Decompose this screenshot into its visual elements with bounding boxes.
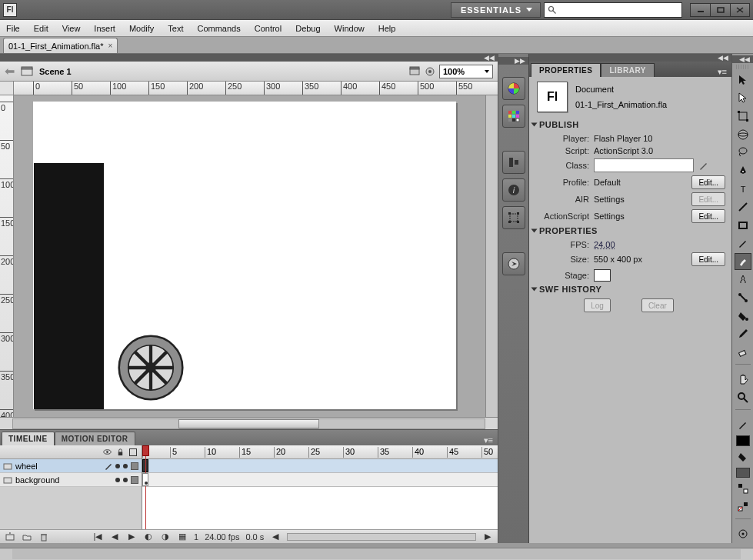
deco-tool[interactable] xyxy=(735,272,751,288)
class-input[interactable] xyxy=(594,158,694,172)
layer-wheel[interactable]: wheel xyxy=(0,459,142,473)
stage-area[interactable] xyxy=(14,95,485,417)
zoom-tool[interactable] xyxy=(735,389,751,406)
fill-color-swatch[interactable] xyxy=(736,468,750,478)
delete-layer-icon[interactable] xyxy=(38,532,49,542)
tools-grip[interactable] xyxy=(736,65,750,69)
pencil-tool[interactable] xyxy=(735,235,751,252)
align-panel-icon[interactable] xyxy=(502,151,525,174)
zoom-select[interactable]: 100% xyxy=(439,65,493,78)
section-publish[interactable]: PUBLISH xyxy=(532,120,725,129)
onion-skin-icon[interactable]: ◐ xyxy=(143,532,154,542)
paint-bucket-tool[interactable] xyxy=(735,308,751,325)
menu-commands[interactable]: Commands xyxy=(197,24,240,33)
pencil-icon[interactable] xyxy=(698,160,709,171)
section-properties[interactable]: PROPERTIES xyxy=(532,226,725,235)
fill-color-tool[interactable] xyxy=(735,448,751,465)
subselection-tool[interactable] xyxy=(735,89,751,106)
panel-menu-icon[interactable]: ▾≡ xyxy=(713,67,731,77)
panel-collapse-icon[interactable]: ◀◀ xyxy=(529,54,731,62)
visible-dot[interactable] xyxy=(115,478,120,482)
menu-modify[interactable]: Modify xyxy=(129,24,154,33)
lock-icon[interactable] xyxy=(116,448,125,456)
lasso-tool[interactable] xyxy=(735,144,751,161)
swatches-panel-icon[interactable] xyxy=(502,105,525,128)
step-back-icon[interactable]: ◀ xyxy=(109,532,120,542)
lock-dot[interactable] xyxy=(123,478,128,482)
hand-tool[interactable] xyxy=(735,372,751,388)
menu-file[interactable]: File xyxy=(6,24,20,33)
tab-timeline[interactable]: TIMELINE xyxy=(2,432,55,445)
new-layer-icon[interactable]: + xyxy=(5,532,15,542)
menu-window[interactable]: Window xyxy=(335,24,365,33)
fps-value[interactable]: 24.00 xyxy=(594,240,615,249)
new-folder-icon[interactable] xyxy=(22,532,32,542)
bone-tool[interactable] xyxy=(735,289,751,306)
back-arrow-icon[interactable]: ⬅ xyxy=(5,64,15,78)
wheel-symbol[interactable] xyxy=(118,335,184,401)
menu-view[interactable]: View xyxy=(62,24,81,33)
visible-dot[interactable] xyxy=(115,464,120,468)
frames-area[interactable]: 15101520253035404550 xyxy=(142,445,498,529)
stage-color-swatch[interactable] xyxy=(594,269,611,282)
menu-help[interactable]: Help xyxy=(378,24,396,33)
scroll-right-icon[interactable]: ▶ xyxy=(482,532,493,542)
vscrollbar[interactable] xyxy=(485,95,498,417)
eye-icon[interactable] xyxy=(103,448,112,456)
pen-tool[interactable] xyxy=(735,162,751,179)
lock-dot[interactable] xyxy=(123,464,128,468)
edit-scene-icon[interactable] xyxy=(408,65,421,78)
section-swf-history[interactable]: SWF HISTORY xyxy=(532,285,725,294)
line-tool[interactable] xyxy=(735,198,751,215)
tab-motion-editor[interactable]: MOTION EDITOR xyxy=(55,432,135,445)
edit-multi-icon[interactable]: ▦ xyxy=(177,532,188,542)
tab-properties[interactable]: PROPERTIES xyxy=(531,63,601,77)
close-button[interactable] xyxy=(730,3,750,17)
workspace-switcher[interactable]: ESSENTIALS xyxy=(451,2,541,18)
profile-edit-button[interactable]: Edit... xyxy=(691,175,725,189)
rectangle-tool[interactable] xyxy=(735,217,751,234)
search-input[interactable] xyxy=(544,2,682,18)
timeline-scrollbar[interactable] xyxy=(287,533,476,541)
snap-option-tool[interactable] xyxy=(735,526,751,543)
tab-library[interactable]: LIBRARY xyxy=(601,63,655,77)
hscrollbar[interactable] xyxy=(0,417,498,429)
maximize-button[interactable] xyxy=(710,3,730,17)
free-transform-tool[interactable] xyxy=(735,108,751,125)
text-tool[interactable]: T xyxy=(735,181,751,198)
eraser-tool[interactable] xyxy=(735,344,751,361)
size-edit-button[interactable]: Edit... xyxy=(691,252,725,266)
3d-rotation-tool[interactable] xyxy=(735,126,751,143)
brush-tool[interactable] xyxy=(735,253,751,270)
playhead[interactable] xyxy=(142,445,149,529)
scroll-left-icon[interactable]: ◀ xyxy=(270,532,281,542)
close-tab-icon[interactable]: × xyxy=(108,42,113,50)
outline-icon[interactable] xyxy=(129,448,137,456)
eyedropper-tool[interactable] xyxy=(735,325,751,342)
swap-colors-tool[interactable] xyxy=(735,480,751,497)
document-tab[interactable]: 01-1_First_Animation.fla* × xyxy=(3,38,118,53)
menu-control[interactable]: Control xyxy=(255,24,282,33)
tools-collapse-icon[interactable]: ◀◀ xyxy=(732,55,753,63)
step-forward-icon[interactable]: ▶ xyxy=(126,532,137,542)
actions-panel-icon[interactable] xyxy=(502,252,525,275)
dock-collapse-icon[interactable]: ▶▶ xyxy=(498,57,528,65)
panel-menu-icon[interactable]: ▾≡ xyxy=(484,435,498,445)
color-panel-icon[interactable] xyxy=(502,77,525,100)
app-hscrollbar[interactable] xyxy=(0,548,753,560)
edit-symbol-icon[interactable] xyxy=(424,65,436,78)
stroke-color-swatch[interactable] xyxy=(736,435,750,446)
stage[interactable] xyxy=(33,102,456,409)
transform-panel-icon[interactable] xyxy=(502,206,525,229)
stroke-color-tool[interactable] xyxy=(735,417,751,434)
outline-color[interactable] xyxy=(131,462,138,470)
outline-color[interactable] xyxy=(131,476,138,484)
menu-edit[interactable]: Edit xyxy=(34,24,48,33)
layer-background[interactable]: background xyxy=(0,473,142,487)
onion-outline-icon[interactable]: ◑ xyxy=(160,532,171,542)
info-panel-icon[interactable]: i xyxy=(502,178,525,202)
menu-insert[interactable]: Insert xyxy=(94,24,115,33)
selection-tool[interactable] xyxy=(735,72,751,88)
background-shape[interactable] xyxy=(34,163,104,409)
frame-ruler[interactable]: 15101520253035404550 xyxy=(142,445,498,459)
